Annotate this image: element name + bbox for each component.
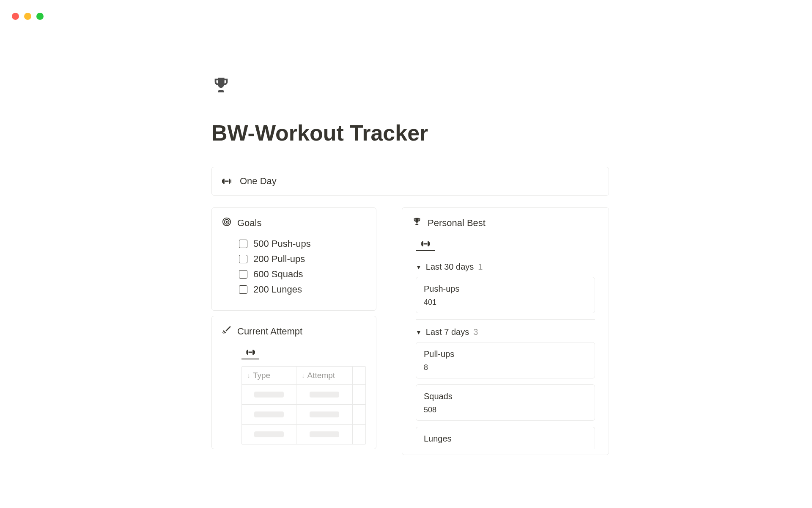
table-row[interactable] [242, 385, 365, 405]
svg-rect-9 [247, 350, 248, 355]
personal-best-card: Personal Best ▼ Last 30 days 1 Push-ups … [402, 207, 609, 455]
svg-rect-17 [429, 242, 430, 245]
svg-point-7 [226, 221, 228, 223]
goal-item[interactable]: 600 Squads [239, 269, 366, 280]
dumbbell-icon [246, 349, 255, 355]
personal-best-tab[interactable] [416, 238, 435, 251]
checkbox[interactable] [239, 285, 247, 294]
goals-heading[interactable]: Goals [222, 217, 366, 229]
goal-item[interactable]: 500 Push-ups [239, 238, 366, 249]
current-attempt-heading[interactable]: Current Attempt [222, 326, 366, 337]
group-last-30-days[interactable]: ▼ Last 30 days 1 [416, 262, 598, 272]
table-row[interactable] [242, 425, 365, 444]
close-window-button[interactable] [12, 13, 19, 20]
svg-rect-0 [222, 179, 223, 182]
pb-entry[interactable]: Push-ups 401 [416, 277, 595, 313]
goals-checklist: 500 Push-ups 200 Pull-ups 600 Squads 200… [222, 238, 366, 295]
triangle-down-icon: ▼ [416, 329, 422, 336]
personal-best-heading[interactable]: Personal Best [412, 217, 598, 229]
sort-down-icon: ↓ [247, 372, 250, 379]
pb-entry[interactable]: Squads 508 [416, 384, 595, 421]
goal-item[interactable]: 200 Pull-ups [239, 254, 366, 265]
svg-rect-15 [424, 243, 428, 245]
minimize-window-button[interactable] [24, 13, 31, 20]
sort-down-icon: ↓ [302, 372, 305, 379]
dumbbell-icon [222, 178, 231, 184]
checkbox[interactable] [239, 270, 247, 279]
target-icon [222, 217, 231, 229]
svg-rect-13 [421, 242, 422, 245]
page-content: BW-Workout Tracker One Day Goals 500 Pus… [211, 76, 609, 460]
svg-rect-16 [428, 241, 429, 246]
svg-rect-11 [252, 350, 254, 355]
col-type[interactable]: ↓Type [242, 367, 296, 384]
svg-rect-12 [254, 351, 255, 353]
divider [416, 319, 595, 320]
col-extra[interactable] [353, 367, 365, 384]
table-header-row: ↓Type ↓Attempt [242, 367, 365, 385]
col-attempt[interactable]: ↓Attempt [296, 367, 353, 384]
svg-rect-14 [422, 241, 423, 246]
svg-rect-2 [225, 181, 229, 182]
svg-rect-4 [230, 179, 231, 182]
callout-one-day[interactable]: One Day [211, 167, 609, 196]
window-traffic-lights [12, 13, 44, 20]
page-title[interactable]: BW-Workout Tracker [211, 120, 609, 146]
goals-card: Goals 500 Push-ups 200 Pull-ups 600 Squa… [211, 207, 376, 311]
checkbox[interactable] [239, 240, 247, 248]
checkbox[interactable] [239, 255, 247, 263]
group-last-7-days[interactable]: ▼ Last 7 days 3 [416, 327, 598, 337]
maximize-window-button[interactable] [36, 13, 44, 20]
svg-rect-8 [246, 351, 247, 353]
callout-label: One Day [240, 176, 277, 187]
pb-entry[interactable]: Pull-ups 8 [416, 342, 595, 378]
svg-rect-3 [229, 179, 230, 184]
page-icon-trophy[interactable] [211, 76, 609, 97]
dumbbell-icon [421, 241, 430, 247]
current-attempt-card: Current Attempt ↓Type ↓Attempt [211, 316, 376, 449]
trophy-icon [412, 217, 422, 229]
pb-entry[interactable]: Lunges [416, 427, 595, 449]
svg-rect-10 [249, 352, 252, 353]
current-attempt-tab[interactable] [241, 347, 259, 359]
current-attempt-table: ↓Type ↓Attempt [241, 366, 366, 444]
table-row[interactable] [242, 405, 365, 425]
goal-item[interactable]: 200 Lunges [239, 284, 366, 295]
svg-rect-1 [223, 179, 225, 184]
sword-icon [222, 326, 231, 337]
triangle-down-icon: ▼ [416, 264, 422, 271]
